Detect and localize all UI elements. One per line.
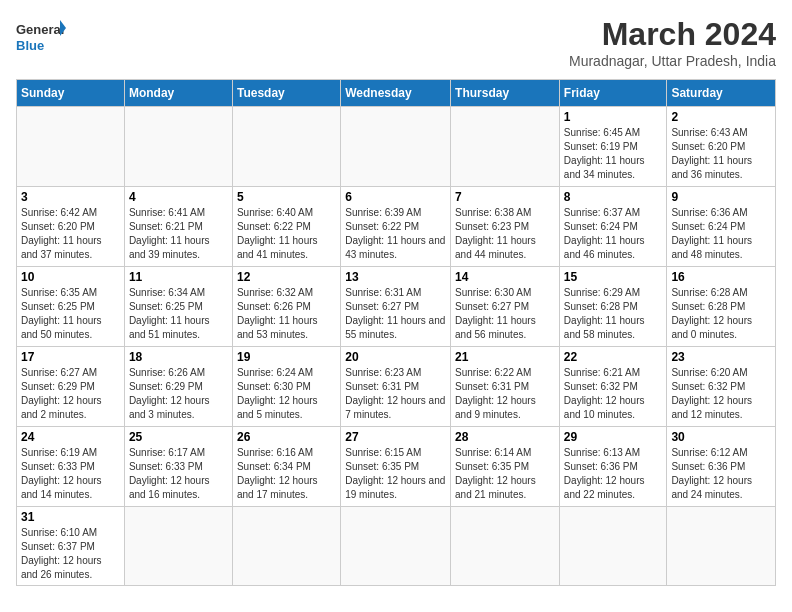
- day-number: 3: [21, 190, 120, 204]
- day-info: Sunrise: 6:42 AM Sunset: 6:20 PM Dayligh…: [21, 206, 120, 262]
- calendar-cell: 10Sunrise: 6:35 AM Sunset: 6:25 PM Dayli…: [17, 267, 125, 347]
- calendar-cell: 29Sunrise: 6:13 AM Sunset: 6:36 PM Dayli…: [559, 427, 667, 507]
- calendar-cell: [667, 507, 776, 586]
- day-number: 14: [455, 270, 555, 284]
- day-info: Sunrise: 6:20 AM Sunset: 6:32 PM Dayligh…: [671, 366, 771, 422]
- day-info: Sunrise: 6:36 AM Sunset: 6:24 PM Dayligh…: [671, 206, 771, 262]
- calendar-cell: 13Sunrise: 6:31 AM Sunset: 6:27 PM Dayli…: [341, 267, 451, 347]
- day-info: Sunrise: 6:23 AM Sunset: 6:31 PM Dayligh…: [345, 366, 446, 422]
- calendar-cell: 21Sunrise: 6:22 AM Sunset: 6:31 PM Dayli…: [451, 347, 560, 427]
- day-info: Sunrise: 6:37 AM Sunset: 6:24 PM Dayligh…: [564, 206, 663, 262]
- day-number: 28: [455, 430, 555, 444]
- day-info: Sunrise: 6:38 AM Sunset: 6:23 PM Dayligh…: [455, 206, 555, 262]
- day-number: 21: [455, 350, 555, 364]
- day-info: Sunrise: 6:17 AM Sunset: 6:33 PM Dayligh…: [129, 446, 228, 502]
- day-number: 27: [345, 430, 446, 444]
- calendar-cell: 24Sunrise: 6:19 AM Sunset: 6:33 PM Dayli…: [17, 427, 125, 507]
- day-number: 18: [129, 350, 228, 364]
- svg-text:Blue: Blue: [16, 38, 44, 53]
- day-number: 31: [21, 510, 120, 524]
- calendar-cell: 12Sunrise: 6:32 AM Sunset: 6:26 PM Dayli…: [232, 267, 340, 347]
- day-of-week-header: Thursday: [451, 80, 560, 107]
- calendar-cell: [451, 507, 560, 586]
- day-info: Sunrise: 6:16 AM Sunset: 6:34 PM Dayligh…: [237, 446, 336, 502]
- month-year-title: March 2024: [569, 16, 776, 53]
- calendar-cell: [341, 107, 451, 187]
- calendar-cell: [559, 507, 667, 586]
- day-number: 30: [671, 430, 771, 444]
- calendar-cell: 20Sunrise: 6:23 AM Sunset: 6:31 PM Dayli…: [341, 347, 451, 427]
- calendar-cell: 1Sunrise: 6:45 AM Sunset: 6:19 PM Daylig…: [559, 107, 667, 187]
- calendar-cell: 27Sunrise: 6:15 AM Sunset: 6:35 PM Dayli…: [341, 427, 451, 507]
- day-number: 20: [345, 350, 446, 364]
- day-info: Sunrise: 6:22 AM Sunset: 6:31 PM Dayligh…: [455, 366, 555, 422]
- day-info: Sunrise: 6:27 AM Sunset: 6:29 PM Dayligh…: [21, 366, 120, 422]
- day-info: Sunrise: 6:24 AM Sunset: 6:30 PM Dayligh…: [237, 366, 336, 422]
- day-number: 29: [564, 430, 663, 444]
- calendar-cell: 30Sunrise: 6:12 AM Sunset: 6:36 PM Dayli…: [667, 427, 776, 507]
- calendar-cell: 3Sunrise: 6:42 AM Sunset: 6:20 PM Daylig…: [17, 187, 125, 267]
- day-number: 25: [129, 430, 228, 444]
- day-info: Sunrise: 6:45 AM Sunset: 6:19 PM Dayligh…: [564, 126, 663, 182]
- calendar-cell: [451, 107, 560, 187]
- day-of-week-header: Saturday: [667, 80, 776, 107]
- day-number: 24: [21, 430, 120, 444]
- day-info: Sunrise: 6:12 AM Sunset: 6:36 PM Dayligh…: [671, 446, 771, 502]
- day-info: Sunrise: 6:41 AM Sunset: 6:21 PM Dayligh…: [129, 206, 228, 262]
- calendar-cell: 11Sunrise: 6:34 AM Sunset: 6:25 PM Dayli…: [124, 267, 232, 347]
- day-of-week-header: Sunday: [17, 80, 125, 107]
- calendar-cell: 26Sunrise: 6:16 AM Sunset: 6:34 PM Dayli…: [232, 427, 340, 507]
- calendar-cell: 15Sunrise: 6:29 AM Sunset: 6:28 PM Dayli…: [559, 267, 667, 347]
- day-number: 13: [345, 270, 446, 284]
- calendar-cell: 8Sunrise: 6:37 AM Sunset: 6:24 PM Daylig…: [559, 187, 667, 267]
- calendar-cell: 7Sunrise: 6:38 AM Sunset: 6:23 PM Daylig…: [451, 187, 560, 267]
- calendar-cell: 5Sunrise: 6:40 AM Sunset: 6:22 PM Daylig…: [232, 187, 340, 267]
- calendar-cell: 2Sunrise: 6:43 AM Sunset: 6:20 PM Daylig…: [667, 107, 776, 187]
- day-info: Sunrise: 6:35 AM Sunset: 6:25 PM Dayligh…: [21, 286, 120, 342]
- header: General Blue March 2024 Muradnagar, Utta…: [16, 16, 776, 69]
- day-info: Sunrise: 6:28 AM Sunset: 6:28 PM Dayligh…: [671, 286, 771, 342]
- day-number: 9: [671, 190, 771, 204]
- day-info: Sunrise: 6:43 AM Sunset: 6:20 PM Dayligh…: [671, 126, 771, 182]
- calendar-cell: 9Sunrise: 6:36 AM Sunset: 6:24 PM Daylig…: [667, 187, 776, 267]
- calendar-cell: 4Sunrise: 6:41 AM Sunset: 6:21 PM Daylig…: [124, 187, 232, 267]
- day-number: 15: [564, 270, 663, 284]
- day-info: Sunrise: 6:21 AM Sunset: 6:32 PM Dayligh…: [564, 366, 663, 422]
- location-subtitle: Muradnagar, Uttar Pradesh, India: [569, 53, 776, 69]
- logo-svg: General Blue: [16, 16, 66, 56]
- day-number: 2: [671, 110, 771, 124]
- day-info: Sunrise: 6:13 AM Sunset: 6:36 PM Dayligh…: [564, 446, 663, 502]
- day-number: 1: [564, 110, 663, 124]
- day-info: Sunrise: 6:39 AM Sunset: 6:22 PM Dayligh…: [345, 206, 446, 262]
- calendar-cell: 6Sunrise: 6:39 AM Sunset: 6:22 PM Daylig…: [341, 187, 451, 267]
- day-number: 19: [237, 350, 336, 364]
- day-info: Sunrise: 6:26 AM Sunset: 6:29 PM Dayligh…: [129, 366, 228, 422]
- calendar-cell: 23Sunrise: 6:20 AM Sunset: 6:32 PM Dayli…: [667, 347, 776, 427]
- calendar-cell: 19Sunrise: 6:24 AM Sunset: 6:30 PM Dayli…: [232, 347, 340, 427]
- day-info: Sunrise: 6:30 AM Sunset: 6:27 PM Dayligh…: [455, 286, 555, 342]
- day-number: 26: [237, 430, 336, 444]
- logo: General Blue: [16, 16, 66, 56]
- calendar-cell: 22Sunrise: 6:21 AM Sunset: 6:32 PM Dayli…: [559, 347, 667, 427]
- calendar-cell: 16Sunrise: 6:28 AM Sunset: 6:28 PM Dayli…: [667, 267, 776, 347]
- day-of-week-header: Monday: [124, 80, 232, 107]
- day-info: Sunrise: 6:14 AM Sunset: 6:35 PM Dayligh…: [455, 446, 555, 502]
- day-info: Sunrise: 6:34 AM Sunset: 6:25 PM Dayligh…: [129, 286, 228, 342]
- day-number: 12: [237, 270, 336, 284]
- day-number: 6: [345, 190, 446, 204]
- title-area: March 2024 Muradnagar, Uttar Pradesh, In…: [569, 16, 776, 69]
- calendar-cell: [17, 107, 125, 187]
- day-of-week-header: Wednesday: [341, 80, 451, 107]
- day-number: 10: [21, 270, 120, 284]
- calendar-cell: 31Sunrise: 6:10 AM Sunset: 6:37 PM Dayli…: [17, 507, 125, 586]
- day-number: 5: [237, 190, 336, 204]
- calendar-cell: [232, 507, 340, 586]
- day-number: 22: [564, 350, 663, 364]
- day-of-week-header: Friday: [559, 80, 667, 107]
- calendar-cell: [232, 107, 340, 187]
- calendar-cell: 18Sunrise: 6:26 AM Sunset: 6:29 PM Dayli…: [124, 347, 232, 427]
- calendar-cell: [124, 107, 232, 187]
- day-info: Sunrise: 6:19 AM Sunset: 6:33 PM Dayligh…: [21, 446, 120, 502]
- calendar-cell: [341, 507, 451, 586]
- day-number: 17: [21, 350, 120, 364]
